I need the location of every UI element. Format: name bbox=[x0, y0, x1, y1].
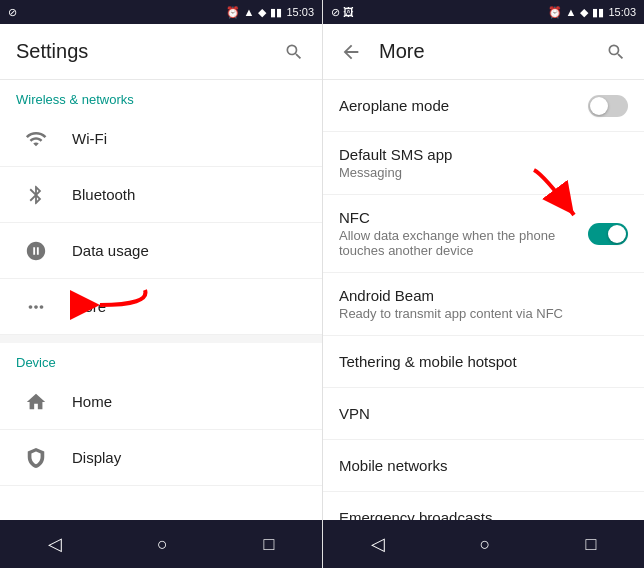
right-status-icons: ⊘ 🖼 bbox=[331, 6, 354, 19]
sms-title: Default SMS app bbox=[339, 146, 628, 163]
sidebar-item-home[interactable]: Home bbox=[0, 374, 322, 430]
aeroplane-text: Aeroplane mode bbox=[339, 97, 588, 114]
right-recent-nav-button[interactable]: □ bbox=[570, 526, 613, 563]
nfc-toggle[interactable] bbox=[588, 223, 628, 245]
aeroplane-title: Aeroplane mode bbox=[339, 97, 588, 114]
sms-text: Default SMS app Messaging bbox=[339, 146, 628, 180]
right-toolbar-title: More bbox=[379, 40, 604, 63]
sidebar-item-more[interactable]: More bbox=[0, 279, 322, 335]
right-item-emergency[interactable]: Emergency broadcasts bbox=[323, 492, 644, 520]
sidebar-item-wifi[interactable]: Wi-Fi bbox=[0, 111, 322, 167]
section-wireless: Wireless & networks bbox=[0, 80, 322, 111]
emergency-title: Emergency broadcasts bbox=[339, 509, 628, 520]
bluetooth-title: Bluetooth bbox=[72, 186, 306, 203]
left-status-right: ⏰ ▲ ◆ ▮▮ 15:03 bbox=[226, 6, 314, 19]
right-item-sms[interactable]: Default SMS app Messaging bbox=[323, 132, 644, 195]
left-alarm-icon: ⏰ bbox=[226, 6, 240, 19]
wifi-icon bbox=[16, 128, 56, 150]
android-beam-title: Android Beam bbox=[339, 287, 628, 304]
section-device: Device bbox=[0, 343, 322, 374]
right-toolbar: More bbox=[323, 24, 644, 80]
more-text: More bbox=[56, 298, 306, 315]
vpn-title: VPN bbox=[339, 405, 628, 422]
home-text: Home bbox=[56, 393, 306, 410]
left-content: Wireless & networks Wi-Fi Bluetooth bbox=[0, 80, 322, 520]
sidebar-item-display[interactable]: Display bbox=[0, 430, 322, 486]
right-wifi-icon: ◆ bbox=[580, 6, 588, 19]
right-item-aeroplane[interactable]: Aeroplane mode bbox=[323, 80, 644, 132]
right-back-nav-button[interactable]: ◁ bbox=[355, 525, 401, 563]
left-status-left-icons: ⊘ bbox=[8, 6, 17, 19]
right-battery-icon: ▮▮ bbox=[592, 6, 604, 19]
emergency-text: Emergency broadcasts bbox=[339, 509, 628, 520]
sidebar-item-data-usage[interactable]: Data usage bbox=[0, 223, 322, 279]
left-toolbar: Settings bbox=[0, 24, 322, 80]
tethering-text: Tethering & mobile hotspot bbox=[339, 353, 628, 370]
right-signal-icon: ▲ bbox=[566, 6, 577, 18]
right-item-vpn[interactable]: VPN bbox=[323, 388, 644, 440]
data-usage-icon bbox=[16, 240, 56, 262]
aeroplane-toggle[interactable] bbox=[588, 95, 628, 117]
nfc-subtitle: Allow data exchange when the phone touch… bbox=[339, 228, 588, 258]
right-status-left: ⊘ 🖼 bbox=[331, 6, 354, 19]
data-usage-title: Data usage bbox=[72, 242, 306, 259]
bluetooth-text: Bluetooth bbox=[56, 186, 306, 203]
left-back-button[interactable]: ◁ bbox=[32, 525, 78, 563]
left-status-bar: ⊘ ⏰ ▲ ◆ ▮▮ 15:03 bbox=[0, 0, 322, 24]
android-beam-text: Android Beam Ready to transmit app conte… bbox=[339, 287, 628, 321]
sidebar-item-bluetooth[interactable]: Bluetooth bbox=[0, 167, 322, 223]
mobile-networks-title: Mobile networks bbox=[339, 457, 628, 474]
home-title: Home bbox=[72, 393, 306, 410]
display-text: Display bbox=[56, 449, 306, 466]
right-search-button[interactable] bbox=[604, 40, 628, 64]
home-icon bbox=[16, 391, 56, 413]
mobile-networks-text: Mobile networks bbox=[339, 457, 628, 474]
wifi-text: Wi-Fi bbox=[56, 130, 306, 147]
right-item-mobile-networks[interactable]: Mobile networks bbox=[323, 440, 644, 492]
tethering-title: Tethering & mobile hotspot bbox=[339, 353, 628, 370]
left-nav-bar: ◁ ○ □ bbox=[0, 520, 322, 568]
vpn-text: VPN bbox=[339, 405, 628, 422]
right-back-button[interactable] bbox=[339, 40, 363, 64]
section-divider bbox=[0, 335, 322, 343]
right-time: 15:03 bbox=[608, 6, 636, 18]
left-wifi-icon: ◆ bbox=[258, 6, 266, 19]
right-status-right: ⏰ ▲ ◆ ▮▮ 15:03 bbox=[548, 6, 636, 19]
right-alarm-icon: ⏰ bbox=[548, 6, 562, 19]
right-item-nfc[interactable]: NFC Allow data exchange when the phone t… bbox=[323, 195, 644, 273]
nfc-title: NFC bbox=[339, 209, 588, 226]
data-usage-text: Data usage bbox=[56, 242, 306, 259]
left-toolbar-title: Settings bbox=[16, 40, 282, 63]
bluetooth-icon bbox=[16, 184, 56, 206]
wifi-title: Wi-Fi bbox=[72, 130, 306, 147]
more-title: More bbox=[72, 298, 306, 315]
left-time: 15:03 bbox=[286, 6, 314, 18]
right-content: Aeroplane mode Default SMS app Messaging… bbox=[323, 80, 644, 520]
left-signal-icon: ▲ bbox=[244, 6, 255, 18]
display-icon bbox=[16, 447, 56, 469]
left-battery-icon: ▮▮ bbox=[270, 6, 282, 19]
right-item-tethering[interactable]: Tethering & mobile hotspot bbox=[323, 336, 644, 388]
nfc-text: NFC Allow data exchange when the phone t… bbox=[339, 209, 588, 258]
right-panel: ⊘ 🖼 ⏰ ▲ ◆ ▮▮ 15:03 More Aeroplane mode bbox=[322, 0, 644, 568]
right-nav-bar: ◁ ○ □ bbox=[323, 520, 644, 568]
display-title: Display bbox=[72, 449, 306, 466]
sms-subtitle: Messaging bbox=[339, 165, 628, 180]
left-search-button[interactable] bbox=[282, 40, 306, 64]
left-home-button[interactable]: ○ bbox=[141, 526, 184, 563]
right-item-android-beam[interactable]: Android Beam Ready to transmit app conte… bbox=[323, 273, 644, 336]
more-icon bbox=[16, 296, 56, 318]
right-home-nav-button[interactable]: ○ bbox=[464, 526, 507, 563]
left-panel: ⊘ ⏰ ▲ ◆ ▮▮ 15:03 Settings Wireless & net… bbox=[0, 0, 322, 568]
left-status-icons: ⊘ bbox=[8, 6, 17, 19]
right-status-bar: ⊘ 🖼 ⏰ ▲ ◆ ▮▮ 15:03 bbox=[323, 0, 644, 24]
left-recent-button[interactable]: □ bbox=[247, 526, 290, 563]
android-beam-subtitle: Ready to transmit app content via NFC bbox=[339, 306, 628, 321]
